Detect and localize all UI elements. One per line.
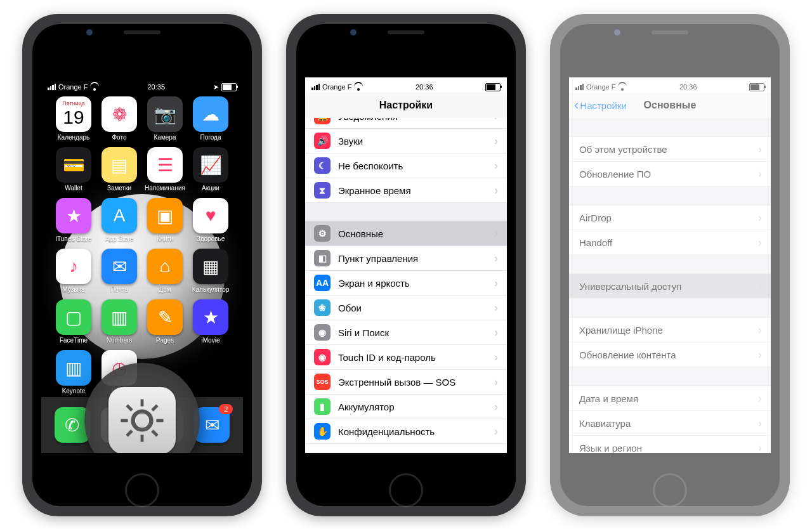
row-label: Обновление ПО	[579, 169, 651, 180]
general-list[interactable]: Об этом устройстве›Обновление ПО›AirDrop…	[569, 118, 771, 453]
row-label: Уведомления	[338, 118, 398, 122]
app-Календарь[interactable]: Пятница19Календарь	[53, 96, 95, 141]
nav-title: Настройки	[379, 100, 433, 111]
settings-row-Экран и яркость[interactable]: AAЭкран и яркость›	[305, 271, 507, 296]
settings-row-Пункт управления[interactable]: ◧Пункт управления›	[305, 246, 507, 271]
row-icon: ◉	[314, 324, 331, 341]
row-label: Хранилище iPhone	[579, 325, 663, 336]
general-row-Хранилище iPhone[interactable]: Хранилище iPhone›	[569, 317, 771, 343]
settings-row-Экстренный вызов — SOS[interactable]: SOSЭкстренный вызов — SOS›	[305, 370, 507, 395]
app-Почта[interactable]: ✉Почта	[98, 249, 140, 293]
app-iTunes Store[interactable]: ★iTunes Store	[53, 198, 95, 242]
row-label: Touch ID и код-пароль	[338, 352, 436, 363]
app-label: Wallet	[65, 185, 82, 192]
battery-icon	[485, 83, 501, 91]
screen-settings: Orange F 20:36 Настройки 🔔Уведомления›🔊З…	[305, 77, 507, 453]
general-row-Обновление контента[interactable]: Обновление контента›	[569, 343, 771, 367]
app-Дом[interactable]: ⌂Дом	[144, 249, 186, 293]
general-row-Универсальный доступ[interactable]: Универсальный доступ›	[569, 273, 771, 299]
settings-list[interactable]: 🔔Уведомления›🔊Звуки›☾Не беспокоить›⧗Экра…	[305, 118, 507, 453]
app-Pages[interactable]: ✎Pages	[144, 299, 186, 344]
status-bar: Orange F 20:35 ➤	[41, 77, 243, 93]
app-label: Заметки	[107, 185, 131, 192]
app-Numbers[interactable]: ▥Numbers	[98, 299, 140, 344]
chevron-right-icon: ›	[758, 392, 762, 405]
row-label: Экран и яркость	[338, 278, 410, 289]
app-label: Напоминания	[145, 185, 185, 192]
app-label: Numbers	[107, 337, 133, 344]
app-Книги[interactable]: ▣Книги	[144, 198, 186, 242]
app-Фото[interactable]: ❁Фото	[98, 96, 140, 141]
general-row-Клавиатура[interactable]: Клавиатура›	[569, 411, 771, 436]
badge: 2	[219, 404, 233, 414]
app-FaceTime[interactable]: ▢FaceTime	[53, 299, 95, 344]
back-button[interactable]: ‹Настройки	[574, 100, 627, 111]
app-label: Акции	[202, 185, 219, 192]
app-Погода[interactable]: ☁Погода	[190, 96, 232, 141]
app-Калькулятор[interactable]: ▦Калькулятор	[190, 249, 232, 293]
row-label: Siri и Поиск	[338, 327, 389, 338]
settings-row-Основные[interactable]: ⚙Основные›	[305, 221, 507, 246]
row-icon: 🔔	[314, 118, 331, 124]
app-label: Калькулятор	[192, 286, 230, 293]
app-Напоминания[interactable]: ☰Напоминания	[144, 147, 186, 192]
app-iMovie[interactable]: ★iMovie	[190, 299, 232, 344]
app-Keynote[interactable]: ▥Keynote	[53, 350, 95, 395]
chevron-right-icon: ›	[494, 301, 498, 315]
home-button[interactable]	[125, 473, 159, 507]
row-icon: ▮	[314, 398, 331, 415]
wifi-icon	[90, 84, 99, 91]
general-row-Язык и регион[interactable]: Язык и регион›	[569, 436, 771, 453]
settings-row-Уведомления[interactable]: 🔔Уведомления›	[305, 118, 507, 129]
settings-row-Аккумулятор[interactable]: ▮Аккумулятор›	[305, 395, 507, 419]
app-Камера[interactable]: 📷Камера	[144, 96, 186, 141]
settings-row-Siri и Поиск[interactable]: ◉Siri и Поиск›	[305, 320, 507, 345]
settings-row-Конфиденциальность[interactable]: ✋Конфиденциальность›	[305, 419, 507, 444]
settings-row-Обои[interactable]: ❀Обои›	[305, 296, 507, 320]
settings-row-Звуки[interactable]: 🔊Звуки›	[305, 129, 507, 153]
chevron-right-icon: ›	[758, 143, 762, 156]
app-Wallet[interactable]: 💳Wallet	[53, 147, 95, 192]
clock: 20:36	[416, 83, 433, 91]
chevron-right-icon: ›	[494, 277, 498, 290]
chevron-right-icon: ›	[758, 348, 762, 362]
svg-line-6	[152, 431, 157, 436]
svg-line-7	[152, 405, 157, 410]
general-row-Обновление ПО[interactable]: Обновление ПО›	[569, 162, 771, 186]
general-row-Handoff[interactable]: Handoff›	[569, 230, 771, 255]
row-icon: ⧗	[314, 182, 331, 199]
app-App Store[interactable]: AApp Store	[98, 198, 140, 242]
chevron-right-icon: ›	[494, 159, 498, 173]
app-Акции[interactable]: 📈Акции	[190, 147, 232, 192]
home-button[interactable]	[389, 473, 423, 507]
app-Заметки[interactable]: ▤Заметки	[98, 147, 140, 192]
app-Здоровье[interactable]: ♥Здоровье	[190, 198, 232, 242]
general-row-Об этом устройстве[interactable]: Об этом устройстве›	[569, 136, 771, 162]
app-label: Календарь	[58, 134, 89, 141]
battery-icon	[749, 83, 764, 91]
signal-icon	[311, 84, 320, 90]
settings-row-Экранное время[interactable]: ⧗Экранное время›	[305, 178, 507, 203]
settings-row-Touch ID и код-пароль[interactable]: ◉Touch ID и код-пароль›	[305, 345, 507, 370]
row-label: Основные	[338, 228, 383, 239]
row-label: Звуки	[338, 136, 363, 147]
chevron-right-icon: ›	[758, 323, 762, 337]
home-button[interactable]	[653, 473, 687, 507]
settings-app-icon[interactable]	[108, 387, 176, 453]
app-Музыка[interactable]: ♪Музыка	[53, 249, 95, 293]
clock: 20:36	[679, 83, 697, 91]
location-icon: ➤	[213, 83, 219, 91]
general-row-Дата и время[interactable]: Дата и время›	[569, 386, 771, 411]
app-label: Камера	[154, 134, 176, 141]
speaker	[388, 30, 424, 34]
phone-home-screen: Orange F 20:35 ➤ Пятница19Календарь❁Фото…	[22, 14, 262, 516]
chevron-right-icon: ›	[494, 118, 498, 123]
screen-home: Orange F 20:35 ➤ Пятница19Календарь❁Фото…	[41, 77, 243, 453]
chevron-right-icon: ›	[494, 326, 498, 339]
chevron-right-icon: ›	[758, 280, 762, 293]
general-row-AirDrop[interactable]: AirDrop›	[569, 205, 771, 230]
row-label: Дата и время	[579, 393, 638, 404]
chevron-right-icon: ›	[494, 351, 498, 364]
settings-row-Не беспокоить[interactable]: ☾Не беспокоить›	[305, 153, 507, 178]
chevron-right-icon: ›	[758, 167, 762, 181]
